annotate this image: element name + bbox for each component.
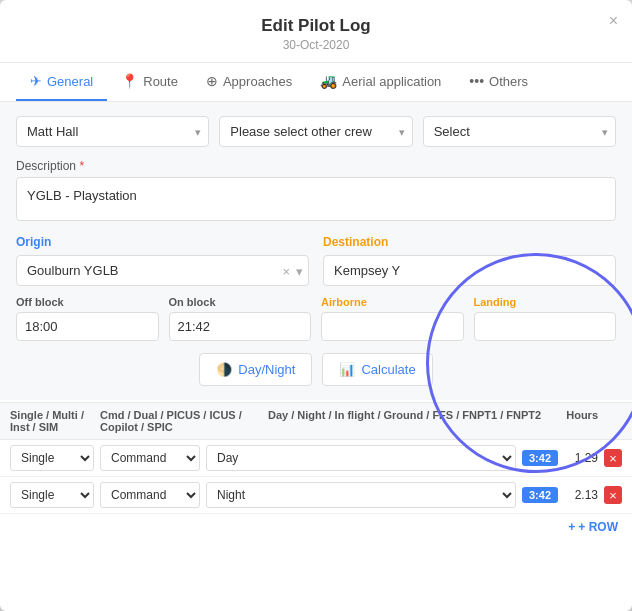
required-marker: *	[79, 159, 84, 173]
origin-input-wrapper: × ▾	[16, 255, 309, 286]
row2-time-badge: 3:42	[522, 487, 558, 503]
col-header-type: Single / Multi / Inst / SIM	[10, 409, 100, 433]
chevron-down-icon[interactable]: ▾	[294, 261, 305, 280]
crew-row: Matt Hall Please select other crew Selec…	[16, 116, 616, 147]
more-icon: •••	[469, 73, 484, 89]
col-header-cmd: Cmd / Dual / PICUS / ICUS / Copilot / SP…	[100, 409, 268, 433]
origin-actions: × ▾	[280, 261, 305, 280]
on-block-label: On block	[169, 296, 312, 308]
origin-input[interactable]	[16, 255, 309, 286]
row1-type-select[interactable]: Single	[10, 445, 94, 471]
off-block-label: Off block	[16, 296, 159, 308]
destination-label: Destination	[323, 235, 616, 249]
close-button[interactable]: ×	[609, 12, 618, 30]
destination-input[interactable]	[323, 255, 616, 286]
row2-daynight-select[interactable]: Night	[206, 482, 516, 508]
third-select[interactable]: Select	[423, 116, 616, 147]
other-crew-select-wrapper: Please select other crew	[219, 116, 412, 147]
add-row-button[interactable]: + + ROW	[0, 514, 632, 540]
airborne-input[interactable]	[321, 312, 464, 341]
tab-bar: ✈ General 📍 Route ⊕ Approaches 🚜 Aerial …	[0, 63, 632, 102]
col-header-daynight: Day / Night / In flight / Ground / FFS /…	[268, 409, 548, 433]
row2-hours: 2.13	[564, 488, 598, 502]
table-header-row: Single / Multi / Inst / SIM Cmd / Dual /…	[0, 403, 632, 440]
row2-cmd-select[interactable]: Command	[100, 482, 200, 508]
tab-aerial[interactable]: 🚜 Aerial application	[306, 63, 455, 101]
clear-origin-icon[interactable]: ×	[280, 261, 292, 280]
third-select-wrapper: Select	[423, 116, 616, 147]
description-value[interactable]: YGLB - Playstation	[16, 177, 616, 221]
row2-delete-button[interactable]: ×	[604, 486, 622, 504]
other-crew-select[interactable]: Please select other crew	[219, 116, 412, 147]
time-fields-row: Off block On block Airborne Landing	[16, 296, 616, 341]
tab-aerial-label: Aerial application	[342, 74, 441, 89]
landing-label: Landing	[474, 296, 617, 308]
modal-header: Edit Pilot Log 30-Oct-2020 ×	[0, 0, 632, 63]
pilot-select[interactable]: Matt Hall	[16, 116, 209, 147]
landing-group: Landing	[474, 296, 617, 341]
col-header-del	[598, 409, 622, 433]
log-table: Single / Multi / Inst / SIM Cmd / Dual /…	[0, 402, 632, 540]
plane-icon: ✈	[30, 73, 42, 89]
tab-approaches[interactable]: ⊕ Approaches	[192, 63, 306, 101]
tab-others[interactable]: ••• Others	[455, 63, 542, 101]
plus-icon: +	[568, 520, 575, 534]
off-block-input[interactable]	[16, 312, 159, 341]
edit-pilot-log-modal: Edit Pilot Log 30-Oct-2020 × ✈ General 📍…	[0, 0, 632, 611]
row1-time-badge: 3:42	[522, 450, 558, 466]
add-row-label: + ROW	[578, 520, 618, 534]
origin-dest-row: Origin × ▾ Destination	[16, 235, 616, 286]
approaches-icon: ⊕	[206, 73, 218, 89]
tab-route[interactable]: 📍 Route	[107, 63, 192, 101]
tab-approaches-label: Approaches	[223, 74, 292, 89]
row2-type-select[interactable]: Single	[10, 482, 94, 508]
modal-date: 30-Oct-2020	[20, 38, 612, 52]
calculate-icon: 📊	[339, 362, 355, 377]
form-body: Matt Hall Please select other crew Selec…	[0, 102, 632, 400]
table-row: Single Command Night 3:42 2.13 ×	[0, 477, 632, 514]
modal-title: Edit Pilot Log	[20, 16, 612, 36]
calculate-label: Calculate	[361, 362, 415, 377]
on-block-group: On block	[169, 296, 312, 341]
off-block-group: Off block	[16, 296, 159, 341]
day-night-icon: 🌗	[216, 362, 232, 377]
airborne-group: Airborne	[321, 296, 464, 341]
destination-input-wrapper	[323, 255, 616, 286]
pilot-select-wrapper: Matt Hall	[16, 116, 209, 147]
col-header-hours: Hours	[548, 409, 598, 433]
tab-others-label: Others	[489, 74, 528, 89]
landing-input[interactable]	[474, 312, 617, 341]
row1-delete-button[interactable]: ×	[604, 449, 622, 467]
tab-route-label: Route	[143, 74, 178, 89]
tab-general[interactable]: ✈ General	[16, 63, 107, 101]
origin-col: Origin × ▾	[16, 235, 309, 286]
airborne-label: Airborne	[321, 296, 464, 308]
row1-daynight-select[interactable]: Day	[206, 445, 516, 471]
row1-cmd-select[interactable]: Command	[100, 445, 200, 471]
action-buttons-row: 🌗 Day/Night 📊 Calculate	[16, 353, 616, 386]
on-block-input[interactable]	[169, 312, 312, 341]
destination-col: Destination	[323, 235, 616, 286]
description-label: Description *	[16, 159, 616, 173]
table-row: Single Command Day 3:42 1.29 ×	[0, 440, 632, 477]
origin-label: Origin	[16, 235, 309, 249]
calculate-button[interactable]: 📊 Calculate	[322, 353, 432, 386]
day-night-label: Day/Night	[238, 362, 295, 377]
location-icon: 📍	[121, 73, 138, 89]
aerial-icon: 🚜	[320, 73, 337, 89]
row1-hours: 1.29	[564, 451, 598, 465]
tab-general-label: General	[47, 74, 93, 89]
day-night-button[interactable]: 🌗 Day/Night	[199, 353, 312, 386]
